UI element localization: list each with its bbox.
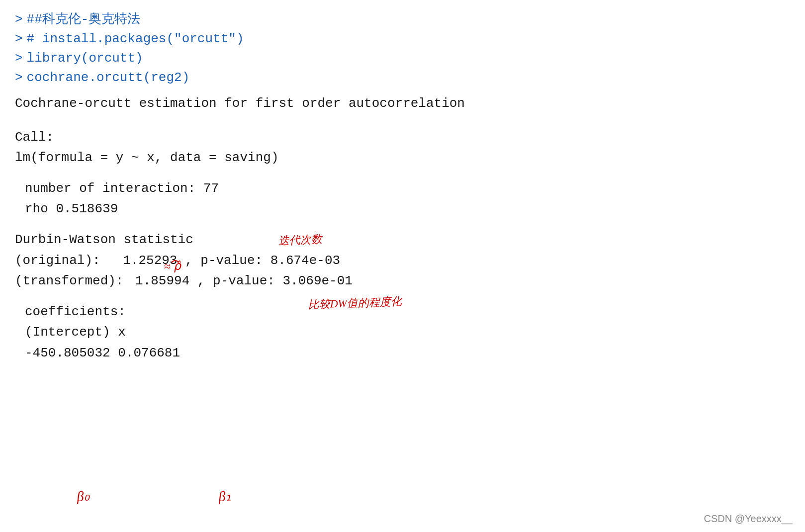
code-text-4: cochrane.orcutt(reg2) bbox=[27, 68, 190, 88]
stat-rho: rho 0.518639 bbox=[25, 199, 790, 220]
dw-title: Durbin-Watson statistic bbox=[15, 230, 790, 251]
main-container: > ##科克伦-奥克特法 > # install.packages("orcut… bbox=[0, 0, 805, 532]
call-section: Call: lm(formula = y ~ x, data = saving) bbox=[15, 127, 790, 169]
code-text-1: ##科克伦-奥克特法 bbox=[27, 10, 141, 29]
call-label: Call: bbox=[15, 127, 790, 148]
coef-title: coefficients: bbox=[25, 302, 790, 323]
annotation-beta0: β₀ bbox=[76, 488, 91, 504]
gap-3 bbox=[15, 220, 790, 230]
dw-original-value: 1.25293 , p-value: 8.674e-03 bbox=[123, 253, 340, 268]
dw-transformed-value: 1.85994 , p-value: 3.069e-01 bbox=[135, 273, 353, 288]
code-block: > ##科克伦-奥克特法 > # install.packages("orcut… bbox=[15, 10, 790, 88]
code-line-3: > library(orcutt) bbox=[15, 49, 790, 68]
stat-rho-text: rho 0.518639 bbox=[25, 201, 118, 216]
coef-header: (Intercept) x bbox=[25, 322, 790, 343]
output-title-block: Cochrane-orcutt estimation for first ord… bbox=[15, 93, 790, 114]
stat-iterations: number of interaction: 77 bbox=[25, 178, 790, 199]
prompt-4: > bbox=[15, 68, 23, 88]
code-line-4: > cochrane.orcutt(reg2) bbox=[15, 68, 790, 88]
prompt-3: > bbox=[15, 49, 23, 68]
gap-2 bbox=[15, 169, 790, 178]
code-text-2: # install.packages("orcutt") bbox=[27, 29, 244, 49]
call-value: lm(formula = y ~ x, data = saving) bbox=[15, 148, 790, 169]
code-text-3: library(orcutt) bbox=[27, 49, 143, 68]
gap-1 bbox=[15, 122, 790, 127]
code-line-2: > # install.packages("orcutt") bbox=[15, 29, 790, 49]
dw-transformed-label: (transformed): bbox=[15, 273, 123, 288]
code-line-1: > ##科克伦-奥克特法 bbox=[15, 10, 790, 29]
stat-iterations-text: number of interaction: 77 bbox=[25, 181, 219, 196]
prompt-1: > bbox=[15, 10, 23, 29]
watermark: CSDN @Yeexxxx__ bbox=[704, 513, 793, 525]
gap-4 bbox=[15, 292, 790, 302]
coef-section: coefficients: (Intercept) x -450.805032 … bbox=[15, 302, 790, 364]
dw-original: (original): 1.25293 , p-value: 8.674e-03 bbox=[15, 251, 790, 271]
dw-section: Durbin-Watson statistic (original): 1.25… bbox=[15, 230, 790, 292]
coef-values: -450.805032 0.076681 bbox=[25, 343, 790, 364]
dw-transformed: (transformed): 1.85994 , p-value: 3.069e… bbox=[15, 271, 790, 292]
prompt-2: > bbox=[15, 29, 23, 49]
output-title: Cochrane-orcutt estimation for first ord… bbox=[15, 93, 790, 114]
stats-section: number of interaction: 77 rho 0.518639 bbox=[15, 178, 790, 220]
dw-original-label: (original): bbox=[15, 253, 100, 268]
annotation-beta1: β₁ bbox=[218, 488, 232, 504]
